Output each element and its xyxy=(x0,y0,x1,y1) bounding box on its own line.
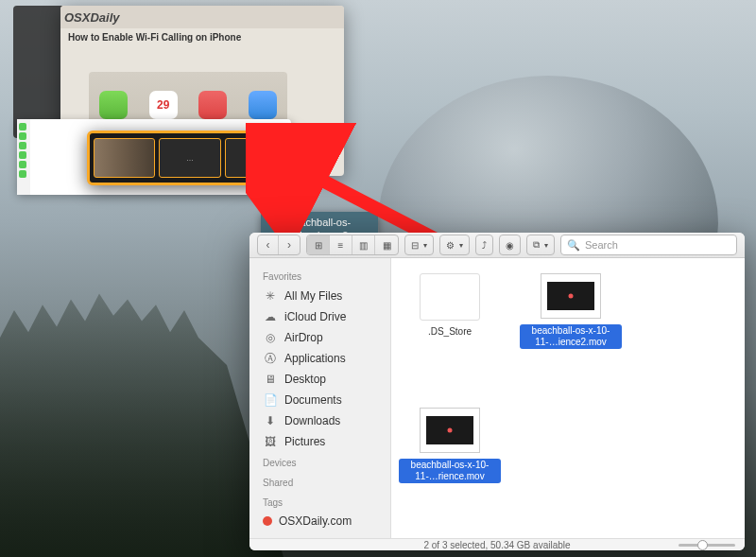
sidebar-item-label: Documents xyxy=(284,393,342,407)
arrange-button[interactable]: ⊟ xyxy=(404,235,434,255)
action-button[interactable]: ⚙ xyxy=(439,235,470,255)
downloads-icon: ⬇ xyxy=(263,413,278,428)
apps-icon: Ⓐ xyxy=(263,351,278,366)
sidebar-item-apps[interactable]: ⒶApplications xyxy=(249,348,390,369)
safari-icon xyxy=(249,91,277,119)
cloud-icon: ☁ xyxy=(263,309,278,324)
file-item[interactable]: beachball-os-x-10-11-…rience.mov xyxy=(399,408,501,483)
sidebar-item-label: Downloads xyxy=(284,414,340,427)
sidebar-devices-header: Devices xyxy=(249,452,390,472)
quicktime-clip-strip[interactable]: ... ... xyxy=(87,131,293,185)
share-button[interactable]: ⤴ xyxy=(475,235,493,255)
search-field[interactable]: 🔍 Search xyxy=(560,235,737,255)
tags-button[interactable]: ◉ xyxy=(499,235,521,255)
sidebar-item-label: Desktop xyxy=(284,373,326,386)
view-switcher: ⊞ ≡ ▥ ▦ xyxy=(306,235,399,255)
quicktime-clip-3[interactable]: ... xyxy=(225,138,286,178)
tag-dot-icon xyxy=(263,516,272,526)
site-logo: OSXDaily xyxy=(64,10,120,25)
movie-thumb-icon xyxy=(420,408,480,453)
sidebar-item-downloads[interactable]: ⬇Downloads xyxy=(249,410,390,431)
view-column-button[interactable]: ▥ xyxy=(352,235,375,254)
sidebar-item-label: AirDrop xyxy=(284,331,323,344)
search-placeholder: Search xyxy=(585,239,618,251)
sidebar-tags-header: Tags xyxy=(249,492,390,512)
finder-statusbar: 2 of 3 selected, 50.34 GB available xyxy=(249,538,745,550)
sidebar-item-star[interactable]: ✳All My Files xyxy=(249,286,390,306)
view-list-button[interactable]: ≡ xyxy=(330,235,352,254)
movie-thumb-icon xyxy=(541,273,601,319)
search-icon: 🔍 xyxy=(567,239,580,252)
quicktime-clip-1[interactable] xyxy=(94,138,155,178)
sidebar-item-desktop[interactable]: 🖥Desktop xyxy=(249,369,390,390)
star-icon: ✳ xyxy=(263,288,278,304)
nav-buttons: ‹ › xyxy=(257,235,301,255)
sidebar-item-label: Applications xyxy=(284,352,346,365)
view-icon-button[interactable]: ⊞ xyxy=(307,235,330,254)
file-label: beachball-os-x-10-11-…rience.mov xyxy=(399,459,501,483)
sidebar-item-label: iCloud Drive xyxy=(284,310,346,323)
dropbox-button[interactable]: ⧉ xyxy=(526,235,555,255)
calendar-icon: 29 xyxy=(149,91,178,119)
photos-icon xyxy=(198,91,227,119)
blank-file-icon xyxy=(420,273,480,321)
sidebar-item-airdrop[interactable]: ◎AirDrop xyxy=(249,327,390,348)
article-headline: How to Enable Wi-Fi Calling on iPhone xyxy=(60,28,344,46)
finder-sidebar: Favorites ✳All My Files☁iCloud Drive◎Air… xyxy=(249,258,391,538)
quicktime-clip-2[interactable]: ... xyxy=(159,138,220,178)
docs-icon: 📄 xyxy=(263,392,278,408)
finder-window[interactable]: Combine m e files with QuickTime ‹ › ⊞ ≡… xyxy=(249,233,745,550)
file-label: .DS_Store xyxy=(428,326,472,338)
file-item[interactable]: beachball-os-x-10-11-…ience2.mov xyxy=(520,273,622,349)
airdrop-icon: ◎ xyxy=(263,330,278,345)
view-gallery-button[interactable]: ▦ xyxy=(375,235,398,254)
sidebar-item-docs[interactable]: 📄Documents xyxy=(249,390,390,410)
messages-icon xyxy=(99,91,128,119)
sidebar-tag[interactable]: OSXDaily.com xyxy=(249,512,390,531)
sidebar-favorites-header: Favorites xyxy=(249,266,390,286)
sidebar-item-cloud[interactable]: ☁iCloud Drive xyxy=(249,306,390,327)
sidebar-item-pictures[interactable]: 🖼Pictures xyxy=(249,431,390,452)
finder-toolbar: ‹ › ⊞ ≡ ▥ ▦ ⊟ ⚙ ⤴ ◉ ⧉ 🔍 Search xyxy=(249,233,745,258)
sidebar-item-label: Pictures xyxy=(284,435,325,448)
file-item[interactable]: .DS_Store xyxy=(399,273,501,338)
finder-file-area[interactable]: .DS_Storebeachball-os-x-10-11-…ience2.mo… xyxy=(391,258,745,538)
status-text: 2 of 3 selected, 50.34 GB available xyxy=(423,540,570,550)
sidebar-item-label: OSXDaily.com xyxy=(279,514,352,528)
nav-back-button[interactable]: ‹ xyxy=(258,235,279,254)
sidebar-item-label: All My Files xyxy=(284,289,342,303)
icon-size-slider[interactable] xyxy=(679,544,735,547)
sidebar-shared-header: Shared xyxy=(249,472,390,492)
file-label: beachball-os-x-10-11-…ience2.mov xyxy=(520,324,622,349)
desktop-icon: 🖥 xyxy=(263,372,278,387)
nav-forward-button[interactable]: › xyxy=(279,235,300,254)
pictures-icon: 🖼 xyxy=(263,434,278,449)
